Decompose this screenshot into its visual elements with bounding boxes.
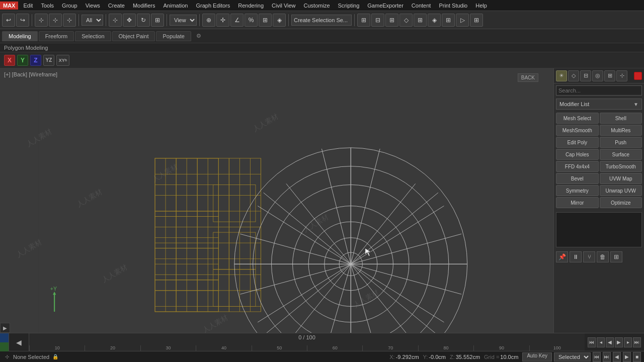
schematic-view-button[interactable]: ⊞	[414, 14, 427, 27]
mod-view-button[interactable]: ⊞	[610, 251, 622, 262]
mod-uvw-map[interactable]: UVW Map	[600, 173, 642, 184]
mod-shell[interactable]: Shell	[600, 113, 642, 124]
status-prev-frame[interactable]: ⏮	[593, 352, 601, 362]
max-logo[interactable]: MAX	[0, 2, 18, 10]
axis-y-button[interactable]: Y	[17, 55, 28, 66]
axis-yz-button[interactable]: YZ	[43, 55, 54, 66]
menu-game-exporter[interactable]: GameExporter	[363, 2, 408, 10]
playback-play[interactable]: ▶	[615, 337, 623, 347]
menu-customize[interactable]: Customize	[300, 2, 334, 10]
red-indicator[interactable]	[634, 72, 642, 80]
selected-dropdown[interactable]: Selected	[554, 352, 591, 361]
menu-help[interactable]: Help	[471, 2, 491, 10]
status-next-frame[interactable]: ⏭	[603, 352, 611, 362]
status-stop[interactable]: ■	[633, 352, 641, 362]
mod-multires[interactable]: MultiRes	[600, 125, 642, 136]
mod-edit-poly[interactable]: Edit Poly	[556, 137, 599, 148]
tab-object-paint[interactable]: Object Paint	[112, 31, 155, 41]
rotate-button[interactable]: ↻	[137, 14, 150, 27]
material-editor-button[interactable]: ◈	[428, 14, 441, 27]
axis-xy-button[interactable]: XY h	[56, 55, 69, 66]
move-button[interactable]: ✥	[123, 14, 136, 27]
mod-bevel[interactable]: Bevel	[556, 173, 599, 184]
menu-content[interactable]: Content	[408, 2, 435, 10]
menu-views[interactable]: Views	[82, 2, 104, 10]
viewport-play-button[interactable]: ▶	[0, 323, 10, 333]
menu-tools[interactable]: Tools	[37, 2, 58, 10]
menu-group[interactable]: Group	[58, 2, 82, 10]
viewport[interactable]: [+] [Back] [Wireframe] BACK 人人素材 人人素材 人人…	[0, 68, 553, 333]
menu-civil-view[interactable]: Civil View	[268, 2, 299, 10]
mod-mesh-select[interactable]: Mesh Select	[556, 113, 599, 124]
undo-button[interactable]: ↩	[2, 14, 15, 27]
menu-edit[interactable]: Edit	[19, 2, 37, 10]
menu-create[interactable]: Create	[104, 2, 129, 10]
angle-snap-button[interactable]: ∠	[230, 14, 244, 27]
auto-key-button[interactable]: Auto Key	[522, 352, 552, 361]
menu-print-studio[interactable]: Print Studio	[435, 2, 471, 10]
mod-trash-button[interactable]: 🗑	[597, 251, 609, 262]
modifier-list-header[interactable]: Modifier List ▼	[556, 99, 642, 110]
percent-snap-button[interactable]: %	[245, 14, 258, 27]
axis-z-button[interactable]: Z	[30, 55, 41, 66]
paint-select-button[interactable]: ⊹	[63, 14, 76, 27]
status-lock-icon[interactable]: 🔒	[51, 353, 59, 361]
playback-next-key[interactable]: ▸	[624, 337, 632, 347]
mod-turbosmooth[interactable]: TurboSmooth	[600, 161, 642, 172]
menu-rendering[interactable]: Rendering	[234, 2, 268, 10]
select-object-button[interactable]: ⊹	[109, 14, 122, 27]
align-button[interactable]: ⊟	[371, 14, 384, 27]
playback-play-back[interactable]: ◀	[606, 337, 614, 347]
menu-modifiers[interactable]: Modifiers	[129, 2, 159, 10]
panel-modify-tab[interactable]: ◇	[568, 70, 579, 81]
render-button[interactable]: ⊞	[470, 14, 483, 27]
modifier-search-input[interactable]	[556, 85, 642, 96]
status-play-back[interactable]: ◀	[613, 352, 621, 362]
panel-display-tab2[interactable]: ⊞	[604, 70, 615, 81]
playback-prev-frame[interactable]: ⏮	[588, 337, 596, 347]
timeline-track[interactable]: 0 / 100 10 20 30 40 50 60 70 80 90 100	[29, 333, 585, 351]
mod-cap-holes[interactable]: Cap Holes	[556, 149, 599, 160]
select-region-button[interactable]: ⊹	[49, 14, 62, 27]
snap-button[interactable]: ✢	[216, 14, 229, 27]
tab-populate[interactable]: Populate	[156, 31, 191, 41]
mod-meshsmooth[interactable]: MeshSmooth	[556, 125, 599, 136]
mod-ffd[interactable]: FFD 4x4x4	[556, 161, 599, 172]
mod-optimize[interactable]: Optimize	[600, 197, 642, 208]
curve-editor-button[interactable]: ◇	[399, 14, 413, 27]
mod-push[interactable]: Push	[600, 137, 642, 148]
create-selection-input[interactable]	[291, 15, 352, 26]
tab-modeling[interactable]: Modeling	[2, 31, 38, 41]
menu-animation[interactable]: Animation	[159, 2, 192, 10]
scale-button[interactable]: ⊞	[151, 14, 164, 27]
mod-unwrap-uvw[interactable]: Unwrap UVW	[600, 185, 642, 196]
status-play-fwd[interactable]: ▶	[623, 352, 631, 362]
mod-mirror[interactable]: Mirror	[556, 197, 599, 208]
pivot-button[interactable]: ⊕	[202, 14, 215, 27]
mirror-button[interactable]: ⊞	[357, 14, 370, 27]
panel-motion-tab[interactable]: ◎	[592, 70, 603, 81]
redo-button[interactable]: ↪	[16, 14, 29, 27]
spinner-snap-button[interactable]: ⊞	[259, 14, 272, 27]
panel-hierarchy-tab[interactable]: ⊟	[580, 70, 591, 81]
playback-prev-key[interactable]: ◂	[597, 337, 605, 347]
render-setup-button[interactable]: ⊞	[442, 14, 455, 27]
select-tool-button[interactable]: ⊹	[35, 14, 48, 27]
ref-coord-dropdown[interactable]: View	[170, 15, 197, 26]
tab-selection[interactable]: Selection	[75, 31, 111, 41]
panel-display-tab[interactable]: ☀	[556, 70, 567, 81]
panel-utilities-tab[interactable]: ⊹	[616, 70, 627, 81]
mod-pause-button[interactable]: ⏸	[570, 251, 582, 262]
tab-freeform[interactable]: Freeform	[39, 31, 74, 41]
filter-dropdown[interactable]: All	[82, 15, 103, 26]
mod-surface[interactable]: Surface	[600, 149, 642, 160]
render-frame-button[interactable]: ▷	[456, 14, 469, 27]
axis-x-button[interactable]: X	[4, 55, 15, 66]
mod-symmetry[interactable]: Symmetry	[556, 185, 599, 196]
menu-scripting[interactable]: Scripting	[334, 2, 364, 10]
mod-fork-button[interactable]: ⑂	[583, 251, 595, 262]
mod-pin-button[interactable]: 📌	[556, 251, 568, 262]
layer-manager-button[interactable]: ⊞	[385, 14, 398, 27]
config-btn[interactable]: ⚙	[196, 33, 201, 39]
edit-named-sel-button[interactable]: ◈	[273, 14, 286, 27]
